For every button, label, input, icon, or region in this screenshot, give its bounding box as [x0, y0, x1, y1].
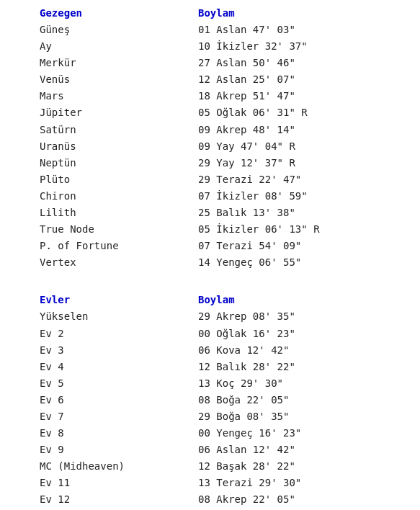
planet-value: 10 İkizler 32' 37"	[198, 38, 308, 55]
planet-value: 08 Boğa 22' 05"	[198, 392, 289, 408]
planet-value: 29 Yay 12' 37" R	[198, 155, 295, 171]
planet-name: Ev 12	[40, 491, 198, 508]
table-row: Plüto29 Terazi 22' 47"	[40, 171, 406, 188]
planet-name: Mars	[40, 88, 198, 104]
table-row: Mars18 Akrep 51' 47"	[40, 88, 406, 104]
planet-name: P. of Fortune	[40, 238, 198, 254]
planet-value: 29 Terazi 22' 47"	[198, 171, 301, 188]
planet-value: 07 Terazi 54' 09"	[198, 238, 301, 254]
planet-value: 07 İkizler 08' 59"	[198, 188, 308, 205]
table-row: Ev 1208 Akrep 22' 05"	[40, 491, 406, 508]
table-row: Ev 412 Balık 28' 22"	[40, 359, 406, 375]
table-row: True Node05 İkizler 06' 13" R	[40, 221, 406, 238]
planet-value: 29 Boğa 08' 35"	[198, 408, 289, 425]
planet-value: 25 Balık 13' 38"	[198, 205, 295, 221]
planet-name: Chiron	[40, 188, 198, 205]
planet-name: Ev 6	[40, 392, 198, 408]
table-row: Uranüs09 Yay 47' 04" R	[40, 138, 406, 155]
planet-value: 18 Akrep 51' 47"	[198, 88, 295, 104]
planet-name: Ev 2	[40, 326, 198, 342]
section-header-planets: GezegenBoylam	[40, 7, 406, 19]
table-row: Ev 608 Boğa 22' 05"	[40, 392, 406, 408]
planet-value: 12 Aslan 25' 07"	[198, 71, 295, 88]
planet-name: MC (Midheaven)	[40, 458, 198, 475]
planet-name: Jüpiter	[40, 104, 198, 121]
planet-value: 29 Akrep 08' 35"	[198, 308, 295, 325]
table-row: Ev 513 Koç 29' 30"	[40, 375, 406, 392]
table-row: Ev 306 Kova 12' 42"	[40, 342, 406, 359]
table-row: Lilith25 Balık 13' 38"	[40, 205, 406, 221]
table-row: Venüs12 Aslan 25' 07"	[40, 71, 406, 88]
table-row: Ev 1113 Terazi 29' 30"	[40, 475, 406, 491]
planet-value: 00 Oğlak 16' 23"	[198, 326, 295, 342]
planet-value: 05 Oğlak 06' 31" R	[198, 104, 308, 121]
planet-name: Ev 4	[40, 359, 198, 375]
planet-name: Venüs	[40, 71, 198, 88]
planet-name: Ay	[40, 38, 198, 55]
planet-name: Ev 11	[40, 475, 198, 491]
planet-value: 09 Akrep 48' 14"	[198, 122, 295, 138]
planet-name: Ev 5	[40, 375, 198, 392]
planet-value: 12 Başak 28' 22"	[198, 458, 295, 475]
section-houses: EvlerBoylamYükselen29 Akrep 08' 35"Ev 20…	[40, 294, 406, 508]
table-row: MC (Midheaven)12 Başak 28' 22"	[40, 458, 406, 475]
planet-value: 06 Aslan 12' 42"	[198, 442, 295, 458]
table-row: Merkür27 Aslan 50' 46"	[40, 55, 406, 71]
table-row: Satürn09 Akrep 48' 14"	[40, 122, 406, 138]
table-row: P. of Fortune07 Terazi 54' 09"	[40, 238, 406, 254]
planet-name: Uranüs	[40, 138, 198, 155]
planet-value: 09 Yay 47' 04" R	[198, 138, 295, 155]
planet-name: Plüto	[40, 171, 198, 188]
planet-name: Vertex	[40, 254, 198, 271]
planet-value: 05 İkizler 06' 13" R	[198, 221, 320, 238]
planet-value: 12 Balık 28' 22"	[198, 359, 295, 375]
planet-name: Ev 3	[40, 342, 198, 359]
planet-value: 13 Koç 29' 30"	[198, 375, 283, 392]
section-header-houses: EvlerBoylam	[40, 294, 406, 305]
planet-name: Merkür	[40, 55, 198, 71]
table-row: Ev 800 Yengeç 16' 23"	[40, 425, 406, 442]
table-row: Vertex14 Yengeç 06' 55"	[40, 254, 406, 271]
table-row: Güneş01 Aslan 47' 03"	[40, 22, 406, 38]
planet-name: Güneş	[40, 22, 198, 38]
section-divider	[40, 285, 406, 294]
main-container: GezegenBoylamGüneş01 Aslan 47' 03"Ay10 İ…	[0, 0, 420, 510]
planet-value: 08 Akrep 22' 05"	[198, 491, 295, 508]
table-row: Neptün29 Yay 12' 37" R	[40, 155, 406, 171]
table-row: Ay10 İkizler 32' 37"	[40, 38, 406, 55]
planet-value: 01 Aslan 47' 03"	[198, 22, 295, 38]
table-row: Chiron07 İkizler 08' 59"	[40, 188, 406, 205]
col1-header-houses: Evler	[40, 294, 198, 305]
planet-name: Ev 9	[40, 442, 198, 458]
planet-value: 13 Terazi 29' 30"	[198, 475, 301, 491]
planet-name: True Node	[40, 221, 198, 238]
planet-name: Lilith	[40, 205, 198, 221]
table-row: Yükselen29 Akrep 08' 35"	[40, 308, 406, 325]
planet-name: Neptün	[40, 155, 198, 171]
planet-value: 00 Yengeç 16' 23"	[198, 425, 301, 442]
col2-header-planets: Boylam	[198, 7, 235, 19]
planet-value: 14 Yengeç 06' 55"	[198, 254, 301, 271]
planet-value: 27 Aslan 50' 46"	[198, 55, 295, 71]
planet-name: Ev 8	[40, 425, 198, 442]
section-planets: GezegenBoylamGüneş01 Aslan 47' 03"Ay10 İ…	[40, 7, 406, 271]
planet-name: Satürn	[40, 122, 198, 138]
col2-header-houses: Boylam	[198, 294, 235, 305]
planet-value: 06 Kova 12' 42"	[198, 342, 289, 359]
planet-name: Ev 7	[40, 408, 198, 425]
table-row: Ev 729 Boğa 08' 35"	[40, 408, 406, 425]
col1-header-planets: Gezegen	[40, 7, 198, 19]
table-row: Ev 906 Aslan 12' 42"	[40, 442, 406, 458]
table-row: Jüpiter05 Oğlak 06' 31" R	[40, 104, 406, 121]
table-row: Ev 200 Oğlak 16' 23"	[40, 326, 406, 342]
planet-name: Yükselen	[40, 308, 198, 325]
